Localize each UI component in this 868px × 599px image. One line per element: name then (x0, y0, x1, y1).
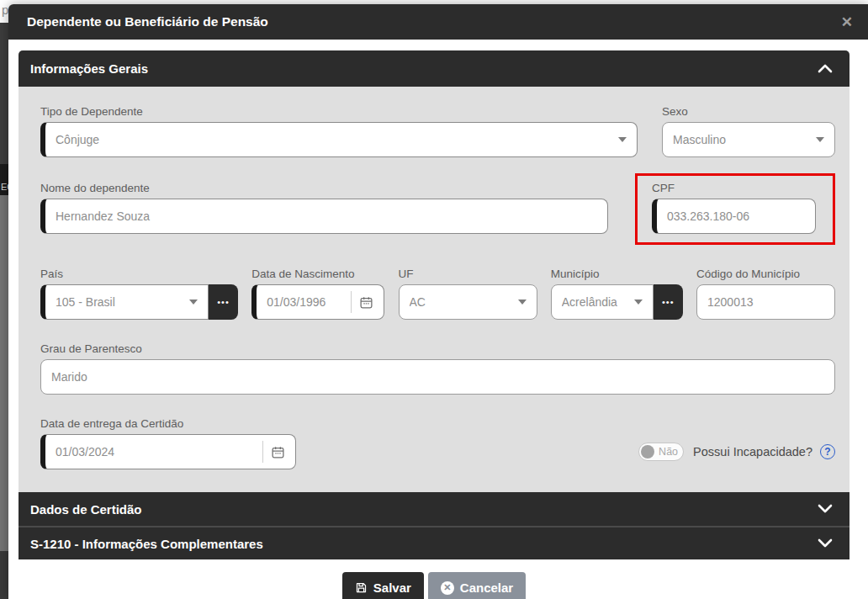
cancel-button[interactable]: ✕ Cancelar (428, 572, 526, 599)
modal-title: Dependente ou Beneficiário de Pensão (27, 14, 841, 29)
calendar-icon[interactable] (359, 295, 373, 310)
tipo-dependente-field: Tipo de Dependente Cônjuge (40, 105, 638, 157)
pais-select[interactable]: 105 - Brasil (40, 284, 209, 320)
section-title: Informações Gerais (30, 61, 818, 76)
nome-dependente-field: Nome do dependente Hernandez Souza (40, 182, 608, 245)
caret-down-icon (816, 137, 824, 142)
nome-dependente-input[interactable]: Hernandez Souza (40, 199, 608, 234)
close-icon[interactable]: ✕ (841, 15, 853, 29)
divider (351, 291, 352, 313)
tipo-dependente-label: Tipo de Dependente (40, 105, 638, 118)
modal-header: Dependente ou Beneficiário de Pensão ✕ (8, 4, 868, 40)
background-text-fragment: p (0, 0, 8, 23)
background-footer-strip (0, 551, 8, 599)
incapacidade-group: Não Possui Incapacidade? ? (638, 443, 835, 461)
pais-field: País 105 - Brasil ••• (40, 268, 238, 320)
data-nascimento-input[interactable]: 01/03/1996 (251, 284, 384, 320)
help-icon[interactable]: ? (820, 444, 835, 459)
incapacidade-toggle[interactable]: Não (638, 443, 684, 461)
cpf-label: CPF (652, 182, 816, 194)
sexo-select[interactable]: Masculino (662, 122, 835, 157)
municipio-value: Acrelândia (562, 295, 627, 309)
codigo-municipio-input[interactable]: 1200013 (696, 284, 835, 320)
codigo-municipio-label: Código do Município (696, 268, 835, 280)
data-entrega-value: 01/03/2024 (56, 445, 257, 459)
form-row: Grau de Parentesco Marido (40, 342, 835, 395)
save-button-label: Salvar (373, 580, 411, 595)
tipo-dependente-value: Cônjuge (56, 133, 611, 146)
grau-parentesco-input[interactable]: Marido (40, 359, 835, 395)
modal-body: Informações Gerais Tipo de Dependente Cô… (8, 40, 868, 599)
save-button[interactable]: Salvar (342, 572, 424, 599)
background-sidebar-fragment: EC (0, 164, 8, 195)
section-header-informacoes-gerais[interactable]: Informações Gerais (19, 50, 849, 87)
uf-select[interactable]: AC (399, 284, 537, 320)
save-icon (355, 581, 368, 594)
form-row: País 105 - Brasil ••• Data de Nascimento (40, 268, 835, 320)
ellipsis-icon: ••• (662, 297, 675, 307)
uf-label: UF (399, 268, 537, 280)
chevron-down-icon (818, 536, 833, 551)
data-entrega-label: Data de entrega da Certidão (40, 417, 296, 430)
modal-footer: Salvar ✕ Cancelar (19, 559, 849, 599)
caret-down-icon (634, 300, 643, 305)
data-nascimento-label: Data de Nascimento (251, 268, 384, 280)
background-overlay (0, 195, 8, 551)
grau-parentesco-label: Grau de Parentesco (40, 342, 835, 355)
data-nascimento-field: Data de Nascimento 01/03/1996 (251, 268, 384, 320)
background-header-strip (0, 23, 8, 164)
section-header-s1210[interactable]: S-1210 - Informações Complementares (19, 526, 849, 559)
pais-more-button[interactable]: ••• (209, 284, 238, 320)
informacoes-gerais-panel: Tipo de Dependente Cônjuge Sexo Masculin… (19, 87, 849, 492)
sexo-value: Masculino (673, 133, 809, 146)
chevron-up-icon (818, 61, 833, 77)
ellipsis-icon: ••• (217, 297, 230, 307)
caret-down-icon (189, 300, 198, 305)
nome-dependente-value: Hernandez Souza (56, 209, 597, 223)
caret-down-icon (618, 137, 627, 142)
sexo-label: Sexo (662, 105, 835, 118)
section-header-dados-certidao[interactable]: Dados de Certidão (19, 492, 849, 526)
form-row: Data de entrega da Certidão 01/03/2024 (40, 417, 835, 469)
data-nascimento-value: 01/03/1996 (267, 295, 346, 309)
nome-dependente-label: Nome do dependente (40, 182, 608, 194)
tipo-dependente-select[interactable]: Cônjuge (40, 122, 638, 157)
section-title: S-1210 - Informações Complementares (30, 537, 818, 551)
caret-down-icon (518, 300, 527, 305)
uf-value: AC (410, 295, 511, 309)
cpf-input[interactable]: 033.263.180-06 (652, 199, 816, 234)
codigo-municipio-field: Código do Município 1200013 (696, 268, 835, 320)
municipio-select[interactable]: Acrelândia (551, 284, 654, 320)
cpf-value: 033.263.180-06 (667, 209, 805, 223)
form-row: Tipo de Dependente Cônjuge Sexo Masculin… (40, 105, 835, 157)
divider (262, 441, 263, 463)
pais-value: 105 - Brasil (56, 295, 183, 309)
pais-label: País (40, 268, 238, 280)
screen: p EC Dependente ou Beneficiário de Pensã… (0, 0, 868, 599)
municipio-label: Município (551, 268, 683, 280)
background-page: p EC (0, 0, 8, 599)
cpf-highlight-annotation: CPF 033.263.180-06 (635, 173, 835, 245)
municipio-field: Município Acrelândia ••• (551, 268, 683, 320)
cpf-field: CPF 033.263.180-06 (652, 182, 816, 234)
section-title: Dados de Certidão (30, 502, 818, 517)
sexo-field: Sexo Masculino (662, 105, 835, 157)
dependent-modal: Dependente ou Beneficiário de Pensão ✕ I… (8, 4, 868, 599)
grau-parentesco-field: Grau de Parentesco Marido (40, 342, 835, 395)
toggle-knob-icon (641, 445, 654, 459)
uf-field: UF AC (399, 268, 537, 320)
toggle-label: Não (659, 446, 678, 458)
cancel-button-label: Cancelar (460, 580, 513, 595)
grau-parentesco-value: Marido (51, 370, 824, 384)
chevron-down-icon (818, 501, 833, 517)
data-entrega-input[interactable]: 01/03/2024 (40, 434, 296, 469)
form-row: Nome do dependente Hernandez Souza CPF 0… (40, 182, 835, 245)
codigo-municipio-value: 1200013 (707, 295, 824, 309)
background-sidebar-text: EC (1, 182, 8, 192)
possui-incapacidade-label: Possui Incapacidade? (693, 445, 812, 459)
municipio-more-button[interactable]: ••• (654, 284, 683, 320)
data-entrega-field: Data de entrega da Certidão 01/03/2024 (40, 417, 296, 469)
calendar-icon[interactable] (271, 445, 285, 459)
cancel-circle-x-icon: ✕ (441, 581, 454, 595)
